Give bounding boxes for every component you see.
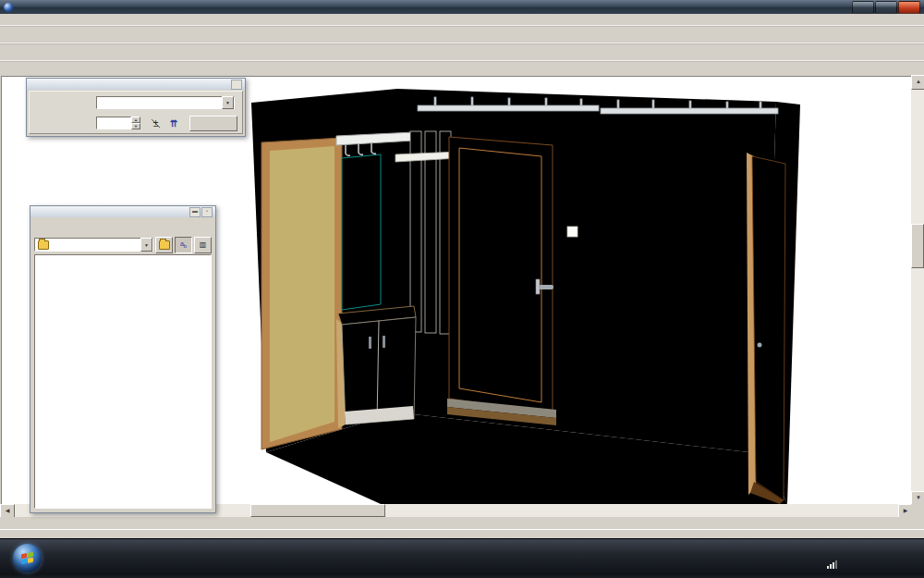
grid-view-icon: ▥ <box>200 240 207 249</box>
title-bar <box>0 0 924 14</box>
plus-minus-icon[interactable]: ± <box>150 117 162 129</box>
vertical-scrollbar[interactable]: ▲ ▼ <box>911 75 924 504</box>
rotation-dialog-title-bar[interactable] <box>27 79 245 90</box>
folder-icon <box>38 240 49 250</box>
app-icon <box>4 3 13 12</box>
rotation-dialog-close-button[interactable] <box>231 80 242 90</box>
library-list <box>34 254 212 509</box>
minimize-button[interactable] <box>852 1 874 14</box>
library-maximize-button[interactable]: ▫ <box>201 207 213 217</box>
toolbar-standard <box>0 25 924 43</box>
axis-combobox[interactable]: ▼ <box>96 96 235 109</box>
cabinet-handle-right <box>383 336 385 348</box>
rotate-apply-button[interactable] <box>189 116 237 131</box>
front-door-panel[interactable] <box>459 148 541 402</box>
toolbars <box>0 25 924 75</box>
light-switch[interactable] <box>567 227 578 237</box>
folder-up-icon <box>159 240 170 250</box>
view-tab-bar <box>0 517 924 529</box>
toolbar-view <box>0 43 924 60</box>
west-door-leaf[interactable] <box>270 146 334 442</box>
axis-dropdown-arrow[interactable]: ▼ <box>222 96 234 109</box>
library-grid <box>35 255 211 263</box>
angle-spinner[interactable]: ▲▼ <box>131 117 140 129</box>
library-toolbar: ▼ ab ▥ <box>34 237 212 252</box>
maximize-button[interactable] <box>875 1 897 14</box>
sort-mode-button[interactable]: ab <box>175 237 192 253</box>
view-mode-button[interactable]: ▥ <box>194 237 212 253</box>
vertical-scroll-thumb[interactable] <box>911 224 924 268</box>
door-handle[interactable] <box>539 285 553 289</box>
angle-input[interactable] <box>96 117 131 129</box>
network-icon[interactable] <box>827 560 837 569</box>
library-tabs <box>32 219 213 235</box>
horizontal-scroll-thumb[interactable] <box>250 504 385 517</box>
library-path-dropdown-arrow[interactable]: ▼ <box>140 238 152 252</box>
library-panel: ▬ ▫ ▼ ab ▥ <box>30 205 216 513</box>
scrollbar-corner <box>911 504 924 517</box>
library-title-bar[interactable]: ▬ ▫ <box>30 206 215 217</box>
library-path-combobox[interactable]: ▼ <box>34 238 153 252</box>
taskbar: ✕ <box>0 538 924 578</box>
start-button[interactable] <box>13 544 42 572</box>
cabinet-handle-left <box>369 337 371 349</box>
sort-icon: ab <box>180 240 187 249</box>
rotation-dialog-body: ▼ ▲▼ ± ⇈ <box>29 91 243 134</box>
east-door-handle <box>758 343 762 348</box>
close-button[interactable] <box>898 1 920 14</box>
rotation-dialog: ▼ ▲▼ ± ⇈ <box>26 78 246 137</box>
library-dock-button[interactable]: ▬ <box>189 207 201 217</box>
windows-logo-icon <box>21 552 33 564</box>
scroll-up-arrow[interactable]: ▲ <box>911 75 924 90</box>
folder-up-button[interactable] <box>155 237 173 253</box>
mirror[interactable] <box>342 154 381 310</box>
rotate-all-icon[interactable]: ⇈ <box>170 118 177 129</box>
